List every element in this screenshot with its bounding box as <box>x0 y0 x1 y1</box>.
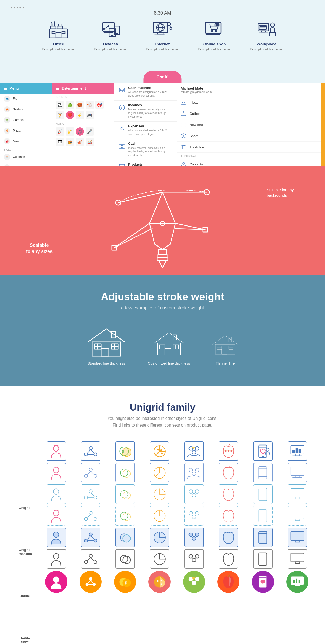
svg-rect-7 <box>56 33 61 38</box>
svg-point-236 <box>192 581 196 585</box>
svg-point-124 <box>53 467 59 473</box>
music-icon-7: 🎻 <box>76 138 84 146</box>
email-trash[interactable]: Trash box <box>177 142 325 153</box>
svg-line-169 <box>91 580 93 583</box>
network-phantom <box>81 463 100 482</box>
food-item-cake[interactable]: 🍰 Cake <box>0 162 52 166</box>
avatar-unisketch <box>47 549 66 569</box>
svg-rect-260 <box>259 531 267 544</box>
cash-machine-icon <box>118 87 126 94</box>
avatar-bluetone <box>47 528 66 547</box>
svg-point-250 <box>262 456 264 457</box>
apple-unigrid <box>219 441 238 461</box>
food-item-meat[interactable]: 🥩 Meat <box>0 136 52 147</box>
phone-bluetone <box>253 528 273 547</box>
email-outbox[interactable]: Outbox <box>177 108 325 119</box>
avatar-unigrid <box>47 441 66 461</box>
svg-rect-279 <box>295 519 300 520</box>
avatar-flat <box>45 571 67 593</box>
sports-icons-row: ⚽ 🍏 🏀 ⚾ 🎯 <box>52 99 114 110</box>
svg-line-145 <box>88 493 91 496</box>
svg-line-158 <box>91 536 94 539</box>
trash-icon <box>181 144 186 150</box>
svg-line-140 <box>91 471 94 474</box>
email-new-mail[interactable]: New mail <box>177 119 325 130</box>
online-shop-icon <box>204 21 225 39</box>
money-bluetone <box>115 528 135 547</box>
network-bluetone <box>81 528 100 547</box>
email-user-name: Michael Mate <box>181 86 321 90</box>
svg-point-222 <box>189 490 193 493</box>
svg-point-224 <box>192 493 196 497</box>
food-item-pizza[interactable]: 🍕 Pizza <box>0 125 52 136</box>
email-inbox[interactable]: Inbox <box>177 97 325 108</box>
network-unisketch <box>81 549 100 569</box>
svg-point-213 <box>160 580 162 581</box>
food-item-cupcake[interactable]: 🧁 Cupcake <box>0 152 52 162</box>
avatar-shift <box>47 506 66 526</box>
finance-item-incomes: $ Incomes Money received, especially on … <box>114 101 177 122</box>
email-header: Michael Mate mmate@mydomain.com <box>177 83 325 97</box>
svg-point-33 <box>211 30 213 32</box>
svg-line-152 <box>91 514 94 517</box>
food-item-seafood[interactable]: 🦐 Seafood <box>0 104 52 115</box>
svg-point-156 <box>94 539 97 542</box>
svg-line-238 <box>229 444 230 446</box>
row-label-phantom: Unigrid Phantom <box>10 530 39 574</box>
sport-icon-4: ⚾ <box>86 101 94 109</box>
pizza-icon: 🍕 <box>4 128 10 134</box>
svg-point-161 <box>84 561 88 564</box>
svg-point-81 <box>183 162 185 164</box>
team-bluetone <box>184 528 204 547</box>
svg-point-221 <box>192 472 196 475</box>
email-contacts[interactable]: Contacts <box>177 159 325 166</box>
svg-rect-97 <box>101 348 109 356</box>
feature-workplace-title: Workplace <box>248 42 285 46</box>
apple-phantom <box>219 463 238 482</box>
inbox-label: Inbox <box>190 101 198 104</box>
svg-point-227 <box>192 515 196 519</box>
svg-point-217 <box>192 450 196 454</box>
apple-flat <box>217 571 239 593</box>
svg-rect-122 <box>229 337 231 342</box>
svg-point-223 <box>195 490 199 493</box>
svg-point-129 <box>53 576 59 583</box>
new-mail-icon <box>181 122 186 128</box>
svg-rect-58 <box>119 145 125 148</box>
chart-unigrid <box>150 441 169 461</box>
svg-point-194 <box>161 453 162 454</box>
chart-phantom <box>150 463 169 482</box>
food-item-garnish[interactable]: 🌿 Garnish <box>0 115 52 125</box>
svg-point-220 <box>195 468 199 472</box>
svg-rect-273 <box>295 475 300 477</box>
stroke-weight-section: Adjustable stroke weight a few examples … <box>0 275 325 386</box>
cash-icon <box>118 142 126 150</box>
got-it-button[interactable]: Got it! <box>143 71 181 83</box>
svg-rect-287 <box>293 580 295 583</box>
team-unisketch <box>184 549 204 569</box>
svg-rect-49 <box>120 89 124 91</box>
seafood-icon: 🦐 <box>4 106 10 112</box>
svg-rect-280 <box>291 532 304 540</box>
music-icons-row-2: 🎹 📻 🎻 🥁 <box>52 137 114 147</box>
avatar-unilite <box>47 484 66 504</box>
svg-point-233 <box>192 558 196 562</box>
monitor-unisketch <box>288 549 307 569</box>
team-unilite <box>184 484 204 504</box>
svg-rect-38 <box>258 24 269 31</box>
food-item-fish[interactable]: 🐟 Fish <box>0 94 52 104</box>
svg-point-228 <box>189 533 193 536</box>
svg-rect-262 <box>259 553 267 565</box>
chart-unilite <box>150 484 169 504</box>
outbox-label: Outbox <box>190 112 200 116</box>
email-spam[interactable]: Spam <box>177 130 325 142</box>
svg-point-142 <box>89 490 92 493</box>
money-shift <box>115 506 135 526</box>
pen-tool-section: Scalable to any sizes <box>0 166 325 275</box>
svg-text:$: $ <box>122 449 124 454</box>
contacts-label: Contacts <box>190 162 203 166</box>
money-unisketch <box>115 549 135 569</box>
team-unigrid <box>184 441 204 461</box>
svg-rect-275 <box>291 488 304 497</box>
monitor-phantom <box>288 463 307 482</box>
